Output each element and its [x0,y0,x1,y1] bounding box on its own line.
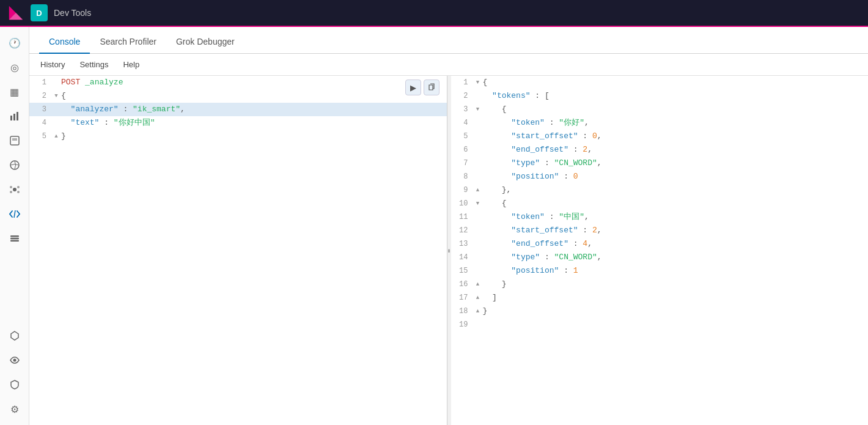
code-line: 3 ▼ { [451,103,869,116]
svg-rect-16 [10,240,19,242]
svg-point-10 [17,186,20,188]
observability-icon[interactable] [4,349,26,371]
settings-icon[interactable]: ⚙ [4,398,26,420]
code-line: 10 ▼ { [451,197,869,210]
sidebar: 🕐 ◎ ▦ ⚙ [0,27,29,425]
svg-point-11 [10,191,12,193]
tab-grok-debugger[interactable]: Grok Debugger [166,31,245,54]
avatar[interactable]: D [31,4,48,21]
code-line: 5 ▲ } [29,130,447,143]
tab-console[interactable]: Console [39,31,90,54]
svg-rect-4 [17,112,18,120]
copy-button[interactable] [424,79,440,95]
code-line: 11 "token" : "中国", [451,210,869,224]
tab-search-profiler[interactable]: Search Profiler [90,31,166,54]
discover-icon[interactable]: ◎ [4,56,26,78]
code-line: 12 "start_offset" : 2, [451,224,869,237]
code-line: 4 "text" : "你好中国" [29,116,447,130]
run-button[interactable]: ▶ [405,79,421,95]
action-buttons: ▶ [405,79,440,95]
svg-line-13 [14,210,15,218]
code-line: 19 [451,318,869,331]
svg-point-17 [13,359,16,362]
svg-point-7 [10,161,19,169]
tab-bar: Console Search Profiler Grok Debugger [29,27,868,54]
ml-icon[interactable] [4,179,26,201]
security-icon[interactable] [4,374,26,396]
main-layout: 🕐 ◎ ▦ ⚙ [0,27,868,425]
svg-rect-6 [12,138,17,141]
code-line: 6 "end_offset" : 2, [451,143,869,157]
code-line: 13 "end_offset" : 4, [451,237,869,251]
dashboard-icon[interactable]: ▦ [4,81,26,103]
code-line: 3 "analyzer" : "ik_smart", [29,103,447,116]
clock-icon[interactable]: 🕐 [4,32,26,54]
code-line: 1 POST _analyze [29,76,447,89]
canvas-icon[interactable] [4,130,26,152]
svg-rect-2 [10,116,12,120]
svg-point-8 [13,188,17,191]
code-line: 4 "token" : "你好", [451,116,869,130]
code-line: 16 ▲ } [451,278,869,291]
help-button[interactable]: Help [119,57,143,72]
content-area: Console Search Profiler Grok Debugger Hi… [29,27,868,425]
code-line: 14 "type" : "CN_WORD", [451,251,869,264]
svg-point-12 [17,191,20,193]
output-pane[interactable]: 1 ▼ { 2 "tokens" : [ 3 ▼ { [451,76,869,425]
code-line: 2 ▼ { [29,89,447,103]
code-line: 7 "type" : "CN_WORD", [451,157,869,170]
input-pane[interactable]: 1 POST _analyze 2 ▼ { 3 "analyze [29,76,447,425]
input-editor: 1 POST _analyze 2 ▼ { 3 "analyze [29,76,447,425]
code-line: 15 "position" : 1 [451,264,869,278]
app-title: Dev Tools [54,8,91,18]
code-line: 2 "tokens" : [ [451,89,869,103]
fleet-icon[interactable] [4,325,26,347]
history-button[interactable]: History [37,57,68,72]
toolbar: History Settings Help [29,54,868,76]
svg-rect-15 [10,238,19,240]
svg-point-9 [10,186,12,188]
code-line: 8 "position" : 0 [451,170,869,183]
svg-rect-3 [13,114,15,120]
editor-area: 1 POST _analyze 2 ▼ { 3 "analyze [29,76,868,425]
top-bar: D Dev Tools [0,0,868,27]
kibana-logo [7,4,24,21]
code-line: 17 ▲ ] [451,291,869,305]
output-editor: 1 ▼ { 2 "tokens" : [ 3 ▼ { [451,76,869,425]
code-line: 1 ▼ { [451,76,869,89]
dev-tools-icon[interactable] [4,203,26,225]
visualize-icon[interactable] [4,105,26,127]
code-line: 18 ▲ } [451,305,869,318]
code-line: 9 ▲ }, [451,183,869,197]
maps-icon[interactable] [4,154,26,176]
settings-button[interactable]: Settings [76,57,112,72]
svg-rect-14 [10,235,19,237]
code-line: 5 "start_offset" : 0, [451,130,869,143]
stack-management-icon[interactable] [4,227,26,249]
